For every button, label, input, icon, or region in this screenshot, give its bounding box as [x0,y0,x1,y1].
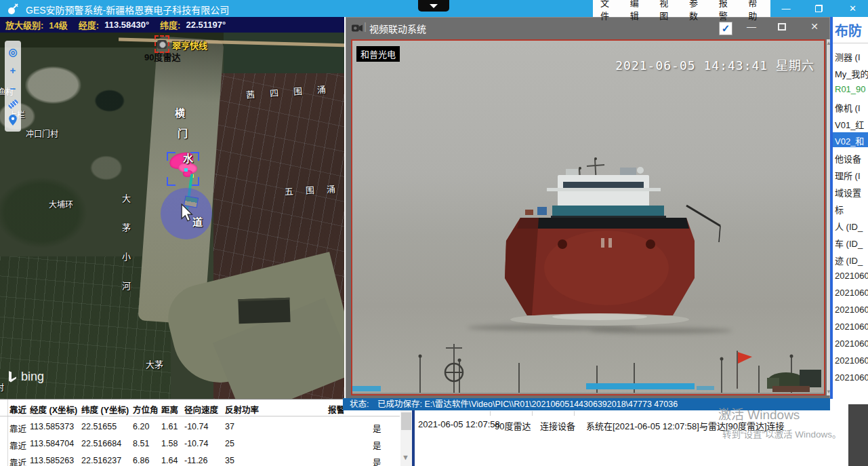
map-pin-icon[interactable] [9,115,17,125]
track-dot-cyan [184,168,188,172]
scrollbar-thumb[interactable] [401,412,411,430]
table-cell[interactable]: 37 [225,422,234,431]
channel-name-overlay: 和普光电 [356,46,400,62]
table-cell[interactable]: 113.585373 [30,422,74,431]
tree-item-record[interactable]: 2021060 [835,338,868,349]
menu-view[interactable]: 视图 [652,0,682,22]
table-cell[interactable]: 22.516684 [81,439,121,448]
table-cell[interactable]: 8.51 [133,439,149,448]
log-event[interactable]: 连接设备 [540,419,575,432]
menu-help[interactable]: 帮助 [741,0,770,22]
divider [833,43,868,43]
tree-item-record[interactable]: 2021060 [835,355,868,366]
log-time[interactable]: 2021-06-05 12:07:58 [418,419,500,429]
map-label-hengmen-3: 水 [183,151,193,165]
menu-alarm[interactable]: 报警 [711,0,741,22]
tree-item-coords[interactable]: 标 [835,203,844,216]
table-cell[interactable]: 6.86 [133,456,149,465]
zoom-level-value: 14级 [49,18,67,31]
radar-name-label: 90度雷达 [144,50,180,63]
locate-icon[interactable]: ◎ [8,47,17,57]
table-cell[interactable]: 靠近 [9,456,26,466]
col-header-reflect-power[interactable]: 反射功率 [225,403,259,416]
tree-item-v02-selected[interactable]: V02_和 [835,134,864,147]
tree-item-record[interactable]: 2021060 [835,288,868,298]
map-terrain [0,45,166,269]
table-cell[interactable]: 113.584704 [30,439,74,448]
tree-item-my-radar[interactable]: My_我的 [835,67,868,80]
cargo-ship [498,153,728,329]
tree-item-v01[interactable]: V01_红 [835,118,864,131]
table-cell[interactable]: 1.64 [161,456,178,465]
window-close-button[interactable]: ✕ [838,0,868,17]
video-camera-icon [352,24,363,33]
col-header-latitude[interactable]: 纬度 (Y坐标) [81,403,129,416]
measure-ruler-icon[interactable] [7,99,18,109]
menu-file[interactable]: 文件 [593,0,623,22]
tree-item-record[interactable]: 2021060 [835,372,868,383]
table-cell[interactable]: 是 [373,439,381,452]
tree-item-track[interactable]: 迹 (ID_ [835,254,863,267]
menu-params[interactable]: 参数 [682,0,711,22]
tree-item-person[interactable]: 人 (ID_ [835,220,863,233]
tree-item-detector[interactable]: 测器 (I [835,50,861,63]
chevron-down-icon [430,4,438,8]
device-tree-sidebar: 布防 测器 (I My_我的 R01_90 像机 (I V01_红 V02_和 … [833,17,868,410]
col-header-azimuth[interactable]: 方位角 [133,403,159,416]
window-restore-button[interactable] [805,0,832,17]
window-minimize-button[interactable]: — [772,0,800,17]
table-cell[interactable]: 靠近 [9,439,26,452]
windows-activation-watermark-hint: 转到“设置”以激活 Windows。 [722,427,842,440]
tree-item-r01-radar[interactable]: R01_90 [835,84,866,94]
zoom-in-icon[interactable]: + [10,65,16,75]
table-cell[interactable]: 22.516237 [81,456,121,465]
map-label-damao: 大茅 [146,357,163,370]
tree-item-area-settings[interactable]: 域设置 [835,186,861,199]
col-header-longitude[interactable]: 经度 (X坐标) [30,403,77,416]
latitude-value: 22.51197° [186,20,226,30]
zoom-out-icon[interactable]: − [10,83,16,94]
col-header-radial-speed[interactable]: 径向速度 [184,403,218,416]
col-header-approach[interactable]: 靠近 [9,403,26,416]
satellite-map[interactable]: 渔村 上栏 冲口门村 大埔环 大茅小河 横 门 水 道 茜四围涌 五围涌 大茅 … [0,33,344,399]
table-cell[interactable]: -11.26 [184,456,208,465]
table-cell[interactable]: 1.58 [161,439,178,448]
tree-item-record[interactable]: 2021060 [835,305,868,315]
table-cell[interactable]: 靠近 [9,422,26,435]
table-cell[interactable]: 22.51655 [81,422,117,431]
video-link-checkbox[interactable]: ✓ [719,22,732,35]
map-label-hengmen-1: 横 [175,105,185,119]
video-close-button[interactable]: ✕ [806,19,823,34]
tree-item-other-devices[interactable]: 他设备 [835,152,861,165]
table-cell[interactable]: 是 [373,456,381,466]
map-toolbar: ◎ + − [5,41,21,132]
log-device[interactable]: 90度雷达 [495,419,531,432]
table-cell[interactable]: 35 [225,456,234,465]
tree-item-vehicle[interactable]: 车 (ID_ [835,237,863,250]
tree-item-cameras[interactable]: 像机 (I [835,101,861,114]
table-cell[interactable]: 113.585263 [30,456,74,465]
divider [7,400,8,466]
tree-item-record[interactable]: 2021060 [835,271,868,281]
titlebar-dropdown-button[interactable] [418,0,449,12]
table-cell[interactable]: -10.74 [184,422,208,431]
tree-item-office[interactable]: 理所 (I [835,169,861,182]
menu-edit[interactable]: 编辑 [623,0,653,22]
table-scrollbar[interactable]: ▼ [400,410,412,466]
mouse-cursor-icon [180,203,194,222]
map-label-chongkoumencun: 冲口门村 [26,128,58,139]
restore-icon [815,5,823,12]
video-timestamp-overlay: 2021-06-05 14:43:41 星期六 [615,56,814,73]
table-cell[interactable]: 6.20 [133,422,149,431]
scroll-down-icon[interactable]: ▼ [402,453,409,461]
tree-item-record[interactable]: 2021060 [835,322,868,332]
divider [490,411,491,416]
video-feed[interactable]: 和普光电 2021-06-05 14:43:41 星期六 [351,39,825,395]
table-cell[interactable]: 是 [373,422,381,435]
map-dark-barge [238,298,290,324]
table-cell[interactable]: 25 [225,439,234,448]
col-header-distance[interactable]: 距离 [161,403,178,416]
table-cell[interactable]: 1.61 [161,422,178,431]
video-maximize-button[interactable] [773,19,791,34]
table-cell[interactable]: -10.74 [184,439,208,448]
